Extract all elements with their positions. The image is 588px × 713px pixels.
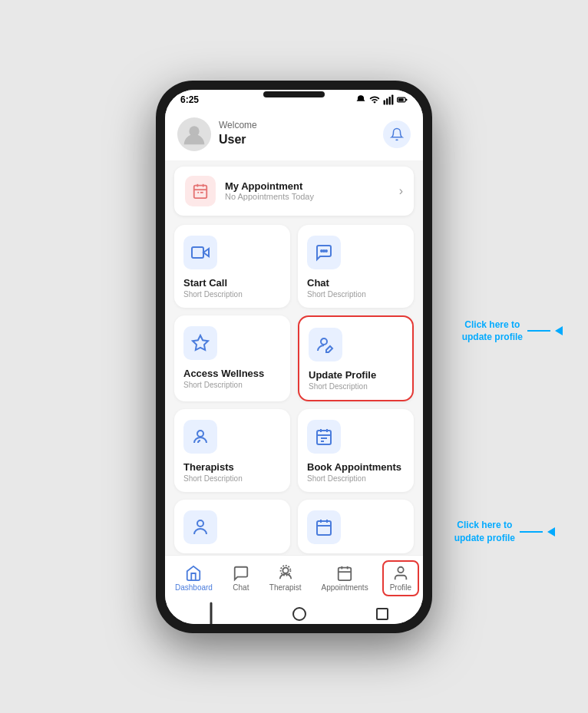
svg-rect-36 <box>339 567 352 580</box>
calendar-icon <box>315 427 333 446</box>
therapists-icon-wrap <box>183 420 217 454</box>
appointment-banner[interactable]: My Appointment No Appointments Today › <box>174 167 414 216</box>
svg-rect-9 <box>194 185 207 197</box>
therapists-title: Therapists <box>183 461 281 473</box>
chat-card[interactable]: Chat Short Description <box>298 225 414 308</box>
partial-card-7-icon-wrap <box>183 510 217 544</box>
update-profile-card[interactable]: Update Profile Short Description <box>298 315 414 401</box>
svg-point-29 <box>197 520 203 526</box>
status-time: 6:25 <box>180 94 199 105</box>
start-call-desc: Short Description <box>183 290 281 299</box>
svg-point-18 <box>323 250 325 252</box>
bottom-navigation: Dashboard Chat Therapist <box>165 555 423 602</box>
nav-profile[interactable]: Profile <box>382 560 419 596</box>
therapists-card[interactable]: Therapists Short Description <box>174 409 290 492</box>
status-icons <box>355 94 408 105</box>
nav-therapist[interactable]: Therapist <box>263 562 308 595</box>
access-wellness-title: Access Wellness <box>183 368 281 379</box>
calendar-nav-icon <box>336 565 353 582</box>
book-appointments-card[interactable]: Book Appointments Short Description <box>298 409 414 492</box>
appointment-icon <box>192 183 209 200</box>
signal-icon <box>383 94 394 105</box>
welcome-label: Welcome <box>219 120 257 132</box>
calendar2-icon <box>315 518 333 536</box>
chat-nav-icon <box>233 565 249 582</box>
annotation-arrow-2 <box>547 527 555 536</box>
star-icon <box>191 334 210 352</box>
partial-card-7[interactable] <box>174 500 290 553</box>
svg-point-22 <box>197 431 203 437</box>
phone-screen: 6:25 <box>165 90 423 624</box>
nav-chat[interactable]: Chat <box>226 562 256 595</box>
partial-card-8-icon-wrap <box>307 510 341 544</box>
annotation-arrow-1 <box>555 326 563 335</box>
nav-dashboard-label: Dashboard <box>175 583 213 592</box>
welcome-text: Welcome User <box>219 120 257 147</box>
phone-notch <box>263 91 325 97</box>
battery-icon <box>397 94 408 105</box>
chat-icon-wrap <box>307 236 341 269</box>
svg-point-40 <box>398 566 403 572</box>
appointment-title: My Appointment <box>225 180 390 192</box>
book-appointments-desc: Short Description <box>307 474 405 483</box>
nav-profile-label: Profile <box>390 583 411 592</box>
svg-point-19 <box>325 250 327 252</box>
svg-rect-3 <box>389 96 391 104</box>
avatar <box>177 117 211 151</box>
recents-gesture <box>376 608 388 620</box>
svg-point-34 <box>282 567 288 573</box>
annotation-line-2 <box>520 531 543 533</box>
svg-rect-6 <box>398 98 404 101</box>
video-icon <box>191 243 210 262</box>
svg-point-21 <box>321 338 327 345</box>
person-nav-icon <box>392 565 409 582</box>
book-appointments-icon-wrap <box>307 420 341 454</box>
phone-device: 6:25 <box>156 81 432 633</box>
svg-rect-30 <box>317 521 331 535</box>
svg-marker-20 <box>193 335 208 350</box>
person-medical-icon <box>191 518 210 536</box>
bell-icon <box>390 127 404 141</box>
svg-marker-15 <box>203 249 209 256</box>
nav-appointments-label: Appointments <box>322 583 368 592</box>
start-call-card[interactable]: Start Call Short Description <box>174 225 290 308</box>
annotation-update-profile-text: Click here toupdate profile <box>462 319 523 345</box>
chat-title: Chat <box>307 277 405 289</box>
user-name: User <box>219 132 257 148</box>
home-icon <box>185 565 202 582</box>
appointment-icon-wrap <box>185 176 216 206</box>
start-call-title: Start Call <box>183 277 281 289</box>
update-profile-title: Update Profile <box>309 369 403 381</box>
partial-card-8[interactable] <box>298 500 414 553</box>
update-profile-icon-wrap <box>309 328 342 361</box>
annotation-profile-nav: Click here toupdate profile <box>454 519 555 545</box>
appointment-chevron-icon: › <box>399 184 403 198</box>
chat-icon <box>315 243 333 262</box>
access-wellness-card[interactable]: Access Wellness Short Description <box>174 315 290 401</box>
access-wellness-icon-wrap <box>183 326 217 360</box>
grid-section: Start Call Short Description <box>165 222 423 555</box>
nav-appointments[interactable]: Appointments <box>315 562 375 595</box>
svg-rect-16 <box>192 247 203 258</box>
header-left: Welcome User <box>177 117 257 151</box>
svg-rect-7 <box>405 98 407 100</box>
therapists-desc: Short Description <box>183 474 281 483</box>
main-screen: Welcome User <box>165 108 423 555</box>
start-call-icon-wrap <box>183 236 217 269</box>
nav-dashboard[interactable]: Dashboard <box>169 562 219 595</box>
avatar-icon <box>182 122 206 147</box>
notification-bell-button[interactable] <box>383 120 411 148</box>
svg-rect-2 <box>386 98 388 104</box>
home-gesture <box>292 607 306 621</box>
book-appointments-title: Book Appointments <box>307 461 405 473</box>
svg-rect-1 <box>384 100 385 104</box>
nav-chat-label: Chat <box>233 583 249 592</box>
update-profile-desc: Short Description <box>309 382 403 391</box>
appointment-subtitle: No Appointments Today <box>225 192 390 201</box>
gesture-bar <box>165 602 423 624</box>
svg-rect-4 <box>391 94 393 104</box>
annotation-line-1 <box>527 330 550 332</box>
chat-desc: Short Description <box>307 290 405 299</box>
header: Welcome User <box>165 108 423 160</box>
annotation-update-profile: Click here toupdate profile <box>462 319 563 345</box>
